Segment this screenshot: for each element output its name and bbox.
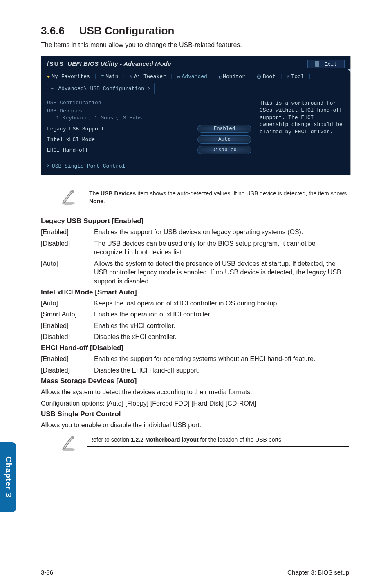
legacy-auto: [Auto]Allows the system to detect the pr… (41, 259, 349, 286)
section-number: 3.6.6 (41, 25, 65, 37)
xhci-row[interactable]: Intel xHCI Mode Auto (47, 134, 251, 145)
ehci-enabled: [Enabled]Enables the support for operati… (41, 355, 349, 364)
note-mb-layout: Refer to section 1.2.2 Motherboard layou… (59, 433, 349, 453)
mass-line1: Allows the system to detect the devices … (41, 388, 349, 397)
monitor-icon: ◐ (219, 74, 222, 79)
bios-title: /SUS UEFI BIOS Utility - Advanced Mode (47, 61, 171, 67)
exit-button[interactable]: Exit (307, 60, 345, 68)
single-head: USB Single Port Control (41, 410, 349, 418)
xhci-enabled: [Enabled]Enables the xHCI controller. (41, 321, 349, 330)
menu-ai[interactable]: ✎Ai Tweaker (130, 74, 166, 80)
footer-title: Chapter 3: BIOS setup (287, 569, 349, 576)
chapter-tab: Chapter 3 (0, 442, 16, 512)
section-heading: 3.6.6USB Configuration (41, 25, 349, 37)
bios-left-panel: USB Configuration USB Devices: 1 Keyboar… (47, 100, 251, 170)
cursor-icon (348, 69, 351, 73)
single-line1: Allows you to enable or disable the indi… (41, 421, 349, 430)
ehci-value[interactable]: Disabled (197, 146, 251, 154)
legacy-head: Legacy USB Support [Enabled] (41, 217, 349, 225)
page-number: 3-36 (41, 569, 53, 576)
ehci-disabled: [Disabled]Disables the EHCI Hand-off sup… (41, 366, 349, 375)
chevron-right-icon: ➤ (47, 163, 50, 169)
legacy-disabled: [Disabled]The USB devices can be used on… (41, 239, 349, 257)
usb-config-row: USB Configuration (47, 100, 251, 107)
chapter-tab-label: Chapter 3 (4, 456, 13, 498)
note-text: The USB Devices item shows the auto-dete… (87, 187, 349, 208)
bios-screenshot: /SUS UEFI BIOS Utility - Advanced Mode E… (41, 56, 351, 176)
menu-favorites[interactable]: ★My Favorites (47, 74, 90, 80)
xhci-smart: [Smart Auto]Enables the operation of xHC… (41, 310, 349, 319)
breadcrumb-text: Advanced\ USB Configuration > (58, 85, 150, 92)
xhci-auto: [Auto]Keeps the last operation of xHCI c… (41, 299, 349, 308)
xhci-head: Intel xHCI Mode [Smart Auto] (41, 288, 349, 296)
ehci-head: EHCI Hand-off [Disabled] (41, 344, 349, 352)
note-usb-devices: The USB Devices item shows the auto-dete… (59, 187, 349, 208)
asus-logo-text: /SUS (47, 61, 64, 67)
note-text: Refer to section 1.2.2 Motherboard layou… (87, 433, 349, 447)
legacy-enabled: [Enabled]Enables the support for USB dev… (41, 228, 349, 237)
note-icon (59, 433, 78, 453)
bios-title-text: UEFI BIOS Utility - Advanced Mode (67, 61, 171, 67)
tweak-icon: ✎ (130, 74, 132, 79)
bios-menu: ★My Favorites| ≣Main| ✎Ai Tweaker| ⊞Adva… (41, 72, 350, 80)
back-icon: ↶ (51, 85, 54, 92)
menu-advanced[interactable]: ⊞Advanced (177, 74, 207, 80)
single-port-link[interactable]: ➤USB Single Port Control (47, 163, 251, 169)
legacy-usb-value[interactable]: Enabled (197, 125, 251, 133)
breadcrumb[interactable]: ↶ Advanced\ USB Configuration > (47, 83, 155, 94)
bios-help-text: This is a workaround for OSes without EH… (251, 100, 345, 170)
section-title: USB Configuration (79, 25, 175, 37)
note-icon (59, 187, 78, 207)
list-icon: ≣ (101, 74, 104, 79)
tool-icon: ✇ (287, 74, 290, 79)
menu-boot[interactable]: ⏻Boot (257, 74, 276, 80)
advanced-icon: ⊞ (177, 74, 180, 79)
menu-monitor[interactable]: ◐Monitor (219, 74, 245, 80)
ehci-row[interactable]: EHCI Hand-off Disabled (47, 145, 251, 155)
xhci-value[interactable]: Auto (197, 135, 251, 144)
exit-label: Exit (324, 61, 337, 67)
plug-icon (315, 61, 319, 67)
power-icon: ⏻ (257, 74, 261, 79)
mass-line2: Configuration options: [Auto] [Floppy] [… (41, 399, 349, 408)
menu-main[interactable]: ≣Main (101, 74, 119, 80)
xhci-disabled: [Disabled]Disables the xHCI controller. (41, 332, 349, 341)
mass-head: Mass Storage Devices [Auto] (41, 377, 349, 385)
page-footer: 3-36 Chapter 3: BIOS setup (41, 569, 349, 576)
intro-text: The items in this menu allow you to chan… (41, 40, 349, 49)
menu-tool[interactable]: ✇Tool (287, 74, 304, 80)
bios-titlebar: /SUS UEFI BIOS Utility - Advanced Mode E… (41, 56, 350, 72)
star-icon: ★ (47, 74, 50, 80)
legacy-usb-row[interactable]: Legacy USB Support Enabled (47, 123, 251, 134)
usb-devices-row: USB Devices: 1 Keyboard, 1 Mouse, 3 Hubs (47, 108, 251, 122)
